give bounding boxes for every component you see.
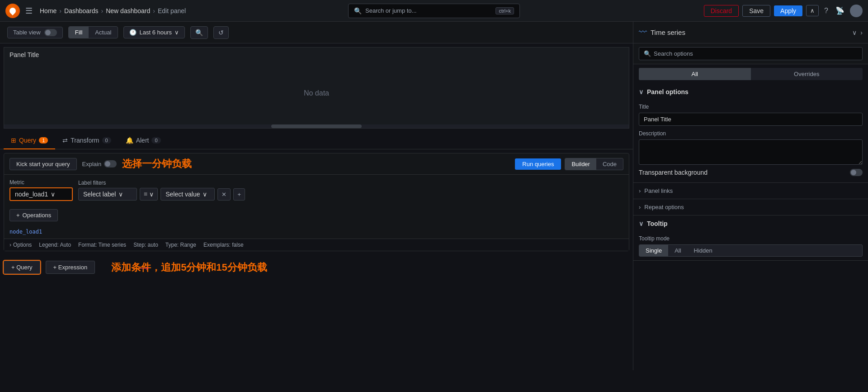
tooltip-all-button[interactable]: All — [668, 245, 687, 256]
tooltip-mode-label: Tooltip mode — [639, 235, 863, 242]
query-options-row: › Options Legend: Auto Format: Time seri… — [4, 239, 629, 251]
zoom-out-button[interactable]: 🔍 — [190, 26, 208, 39]
query-result-row: node_load1 — [4, 225, 629, 239]
help-icon[interactable]: ? — [822, 5, 830, 17]
title-field-input[interactable] — [639, 113, 863, 126]
all-option[interactable]: All — [639, 68, 751, 80]
alert-tab-label: Alert — [136, 137, 149, 144]
search-options-placeholder: Search options — [654, 50, 693, 57]
select-value-text: Select value — [165, 191, 200, 198]
main-layout: Table view Fill Actual 🕐 Last 6 hours ∨ … — [0, 22, 868, 370]
user-avatar[interactable] — [850, 5, 863, 17]
menu-icon[interactable]: ☰ — [25, 6, 33, 16]
search-text: Search or jump to... — [365, 7, 492, 14]
tooltip-body: Tooltip mode Single All Hidden — [633, 232, 868, 260]
operations-button[interactable]: + Operations — [9, 209, 58, 221]
kick-start-button[interactable]: Kick start your query — [9, 158, 77, 170]
tab-query[interactable]: ⊞ Query 1 — [4, 132, 55, 149]
options-expand[interactable]: › Options — [9, 242, 32, 248]
time-range-picker[interactable]: 🕐 Last 6 hours ∨ — [123, 26, 185, 38]
type-value: Type: Range — [165, 242, 196, 248]
tooltip-single-button[interactable]: Single — [639, 245, 668, 256]
top-nav-right: Discard Save Apply ∧ ? 📡 — [704, 5, 863, 17]
panel-chart-area: Panel Title No data — [4, 47, 629, 129]
apply-button[interactable]: Apply — [774, 5, 802, 16]
tooltip-hidden-button[interactable]: Hidden — [688, 245, 719, 256]
metric-select[interactable]: node_load1 ∨ — [9, 187, 73, 201]
timeseries-icon: 〰 — [639, 28, 647, 37]
actual-button[interactable]: Actual — [89, 27, 118, 38]
select-label-dropdown[interactable]: Select label ∨ — [78, 188, 137, 201]
chart-scrollbar[interactable] — [4, 124, 629, 128]
breadcrumb: Home › Dashboards › New dashboard › Edit… — [40, 7, 186, 14]
builder-button[interactable]: Builder — [565, 158, 596, 170]
breadcrumb-dashboards[interactable]: Dashboards — [64, 7, 99, 14]
right-panel: 〰 Time series ∨ › 🔍 Search options All O… — [633, 22, 868, 370]
breadcrumb-new-dashboard[interactable]: New dashboard — [106, 7, 150, 14]
code-button[interactable]: Code — [596, 158, 623, 170]
apply-chevron[interactable]: ∧ — [806, 5, 819, 16]
title-field-label: Title — [639, 104, 863, 110]
operations-label: Operations — [23, 212, 52, 219]
table-view-toggle-dot[interactable] — [44, 29, 57, 36]
right-panel-body: 🔍 Search options All Overrides ∨ Panel o… — [633, 43, 868, 370]
builder-code-toggle: Builder Code — [565, 158, 623, 170]
transparent-bg-label: Transparent background — [639, 169, 708, 176]
add-filter-button[interactable]: + — [233, 188, 245, 201]
operator-select[interactable]: = ∨ — [140, 188, 158, 201]
select-value-chevron: ∨ — [203, 191, 207, 198]
save-button[interactable]: Save — [742, 5, 770, 17]
alert-icon: 🔔 — [126, 137, 133, 144]
tooltip-header[interactable]: ∨ Tooltip — [633, 215, 868, 232]
tooltip-chevron: ∨ — [639, 220, 643, 227]
tab-alert[interactable]: 🔔 Alert 0 — [118, 132, 168, 149]
annotation-add-conditions: 添加条件，追加5分钟和15分钟负载 — [111, 261, 267, 274]
query-tabs: ⊞ Query 1 ⇄ Transform 0 🔔 Alert 0 — [0, 132, 633, 149]
transparent-bg-toggle[interactable] — [850, 169, 863, 176]
tooltip-title: Tooltip — [647, 220, 668, 227]
annotation-select-load: 选择一分钟负载 — [122, 157, 192, 171]
panel-options-header[interactable]: ∨ Panel options — [633, 84, 868, 100]
select-value-dropdown[interactable]: Select value ∨ — [160, 188, 215, 201]
fill-button[interactable]: Fill — [69, 27, 89, 38]
search-bar[interactable]: 🔍 Search or jump to... ctrl+k — [348, 4, 520, 18]
tab-transform[interactable]: ⇄ Transform 0 — [55, 132, 118, 149]
scrollbar-thumb[interactable] — [271, 124, 362, 128]
add-query-button[interactable]: + Query — [4, 261, 40, 274]
table-view-toggle[interactable]: Table view — [7, 27, 63, 38]
panel-options-chevron: ∨ — [639, 88, 643, 96]
add-expression-button[interactable]: + Expression — [46, 261, 95, 274]
run-queries-button[interactable]: Run queries — [515, 158, 561, 170]
tooltip-mode-buttons: Single All Hidden — [639, 244, 863, 257]
discard-button[interactable]: Discard — [704, 5, 739, 17]
repeat-options-chevron: › — [639, 204, 641, 210]
vis-expand-icon[interactable]: › — [860, 29, 863, 36]
database-icon: ⊞ — [11, 137, 16, 144]
search-options-input[interactable]: 🔍 Search options — [639, 47, 863, 60]
repeat-options-label: Repeat options — [644, 204, 684, 210]
description-field-textarea[interactable] — [639, 139, 863, 165]
remove-filter-button[interactable]: ✕ — [217, 188, 231, 201]
plus-icon: + — [16, 212, 20, 219]
breadcrumb-home[interactable]: Home — [40, 7, 57, 14]
step-value: Step: auto — [133, 242, 158, 248]
transform-tab-label: Transform — [71, 137, 99, 144]
overrides-option[interactable]: Overrides — [751, 68, 863, 80]
arrow-icon: → — [137, 259, 151, 276]
breadcrumb-edit-panel: Edit panel — [158, 7, 186, 14]
visualization-label: Time series — [651, 29, 852, 36]
transform-tab-badge: 0 — [102, 137, 111, 143]
query-builder-header: Kick start your query Explain 选择一分钟负载 Ru… — [4, 153, 629, 175]
refresh-button[interactable]: ↺ — [213, 26, 229, 39]
transform-icon: ⇄ — [62, 137, 68, 144]
repeat-options-section[interactable]: › Repeat options — [633, 199, 868, 215]
label-filters-column: Label filters Select label ∨ = ∨ — [78, 180, 245, 201]
explain-toggle-dot[interactable] — [104, 160, 117, 167]
label-filters-label: Label filters — [78, 180, 245, 186]
builder-actions: Run queries Builder Code — [515, 158, 623, 170]
panel-links-section[interactable]: › Panel links — [633, 183, 868, 199]
news-icon[interactable]: 📡 — [834, 5, 846, 17]
panel-options-section: ∨ Panel options Title Description Transp… — [633, 84, 868, 183]
query-builder: Kick start your query Explain 选择一分钟负载 Ru… — [4, 153, 629, 251]
time-range-label: Last 6 hours — [139, 29, 172, 36]
